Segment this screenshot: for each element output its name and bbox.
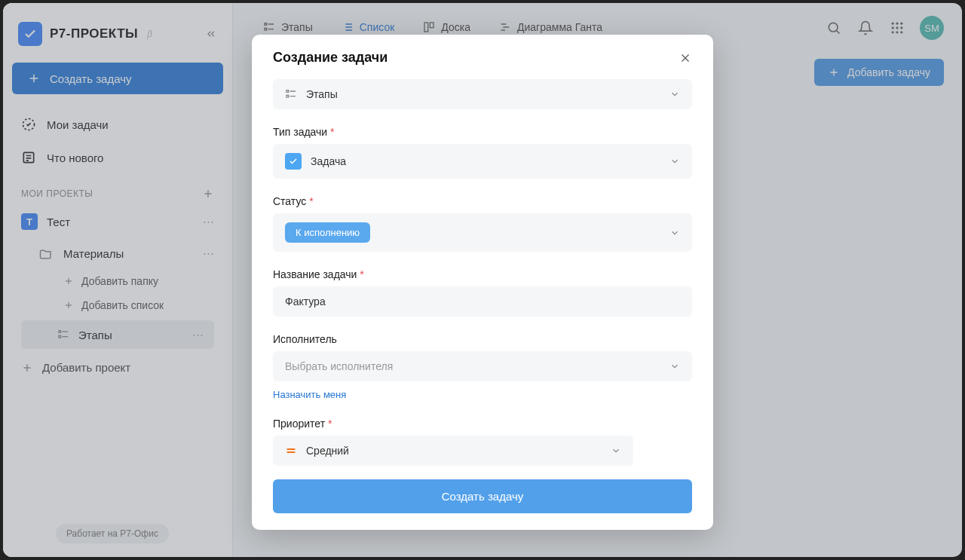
assignee-label: Исполнитель [273,333,692,345]
name-group: Название задачи * [273,268,692,317]
create-task-modal: Создание задачи Этапы Ти [252,35,713,530]
assignee-placeholder: Выбрать исполнителя [285,360,393,372]
priority-group: Приоритет * Средний [273,418,692,466]
assignee-group: Исполнитель Выбрать исполнителя Назначит… [273,333,692,401]
priority-icon [285,445,297,457]
list-select-icon [285,88,297,100]
assign-me-link[interactable]: Назначить меня [273,389,346,400]
list-select-value: Этапы [306,88,338,100]
modal-header: Создание задачи [252,35,713,75]
modal-body: Этапы Тип задачи * Задача [252,75,713,479]
chevron-down-icon [611,445,621,456]
task-type-select[interactable]: Задача [273,144,692,179]
svg-rect-52 [286,95,289,97]
svg-rect-51 [286,90,289,93]
assignee-select[interactable]: Выбрать исполнителя [273,351,692,381]
status-group: Статус * К исполнению [273,195,692,252]
task-type-group: Тип задачи * Задача [273,126,692,179]
modal-overlay[interactable]: Создание задачи Этапы Ти [3,3,962,557]
modal-title: Создание задачи [273,50,388,66]
status-pill: К исполнению [285,222,370,243]
submit-button[interactable]: Создать задачу [273,479,692,513]
task-type-value: Задача [311,155,346,167]
chevron-down-icon [669,361,680,372]
priority-value: Средний [306,445,349,457]
chevron-down-icon [669,156,680,167]
priority-label: Приоритет * [273,418,692,430]
status-select[interactable]: К исполнению [273,213,692,252]
priority-select[interactable]: Средний [273,436,633,466]
task-type-icon [285,153,302,170]
task-type-label: Тип задачи * [273,126,692,138]
task-name-input[interactable] [273,286,692,317]
chevron-down-icon [669,89,680,99]
close-icon[interactable] [679,51,692,65]
list-select[interactable]: Этапы [273,79,692,109]
status-label: Статус * [273,195,692,207]
name-label: Название задачи * [273,268,692,280]
chevron-down-icon [669,228,680,238]
modal-footer: Создать задачу [252,479,713,530]
